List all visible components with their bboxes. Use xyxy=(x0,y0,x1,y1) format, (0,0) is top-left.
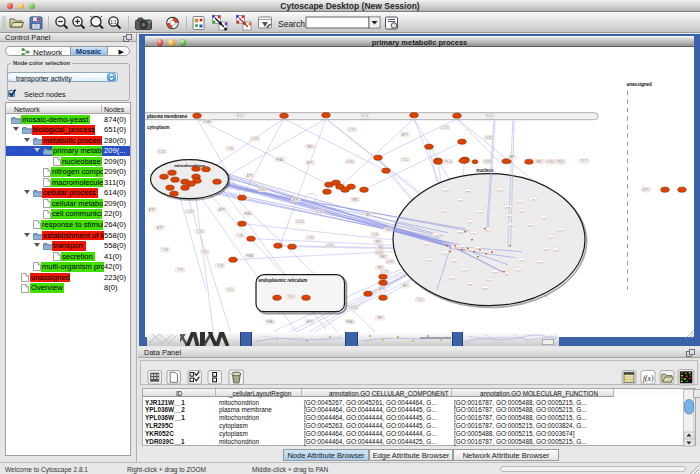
svg-text:ATP2: ATP2 xyxy=(307,320,314,324)
svg-text:YBR1: YBR1 xyxy=(374,240,382,244)
svg-text:CX5: CX5 xyxy=(516,269,521,272)
svg-text:PM4: PM4 xyxy=(498,189,504,192)
svg-text:GCN2: GCN2 xyxy=(296,220,304,224)
svg-text:PM4: PM4 xyxy=(472,232,478,235)
svg-text:YB1: YB1 xyxy=(434,234,439,237)
svg-text:ATP2: ATP2 xyxy=(379,287,386,291)
svg-text:PMA1: PMA1 xyxy=(276,158,284,162)
svg-text:GN2: GN2 xyxy=(452,260,458,263)
svg-text:YLR3: YLR3 xyxy=(162,248,169,252)
svg-text:AB1: AB1 xyxy=(509,224,514,227)
svg-text:YLR3: YLR3 xyxy=(237,234,244,238)
svg-text:YBR2: YBR2 xyxy=(535,160,543,164)
svg-text:YDL0: YDL0 xyxy=(417,298,424,302)
svg-text:AB2: AB2 xyxy=(509,156,515,160)
svg-text:YDL11: YDL11 xyxy=(580,160,589,164)
svg-text:YD3: YD3 xyxy=(558,229,563,232)
svg-text:YB1: YB1 xyxy=(549,236,554,239)
svg-text:GCN2: GCN2 xyxy=(485,136,493,140)
svg-text:YLR3: YLR3 xyxy=(385,228,392,232)
svg-text:GN2: GN2 xyxy=(458,231,464,234)
svg-text:PMA1: PMA1 xyxy=(246,254,254,258)
svg-text:YD3: YD3 xyxy=(427,259,432,262)
svg-text:YD3: YD3 xyxy=(520,259,525,262)
svg-text:GCN2: GCN2 xyxy=(375,251,383,255)
svg-text:GCN2: GCN2 xyxy=(258,188,266,192)
svg-text:YBR1: YBR1 xyxy=(376,266,384,270)
svg-text:YD3: YD3 xyxy=(443,189,448,192)
svg-text:f(x): f(x) xyxy=(643,374,654,383)
svg-text:AB1: AB1 xyxy=(544,248,549,251)
svg-text:YDL0: YDL0 xyxy=(288,295,295,299)
svg-text:YLR3: YLR3 xyxy=(177,268,184,272)
svg-text:AB1: AB1 xyxy=(507,215,512,218)
svg-text:YDL0: YDL0 xyxy=(202,250,209,254)
svg-text:cytoplasm: cytoplasm xyxy=(147,125,170,130)
svg-text:COX5: COX5 xyxy=(441,126,449,130)
svg-text:COX5: COX5 xyxy=(186,210,194,214)
svg-text:CX5: CX5 xyxy=(468,221,473,224)
svg-text:GN2: GN2 xyxy=(506,206,512,209)
svg-text:COX5: COX5 xyxy=(348,128,356,132)
svg-text:YD3: YD3 xyxy=(478,211,483,214)
svg-text:ATP2: ATP2 xyxy=(157,226,164,230)
svg-text:YBR1: YBR1 xyxy=(377,246,385,250)
svg-text:ATP2: ATP2 xyxy=(402,133,409,137)
svg-text:YLR3: YLR3 xyxy=(307,236,314,240)
svg-text:ATP2: ATP2 xyxy=(293,198,300,202)
svg-text:CX5: CX5 xyxy=(463,269,468,272)
svg-text:GCN2: GCN2 xyxy=(326,244,334,248)
svg-text:GCN2: GCN2 xyxy=(386,260,394,264)
svg-text:SLC4: SLC4 xyxy=(487,114,494,118)
svg-text:ATP2: ATP2 xyxy=(219,208,226,212)
svg-text:YD3: YD3 xyxy=(424,243,429,246)
svg-text:plasma membrane: plasma membrane xyxy=(147,114,188,119)
svg-text:GN2: GN2 xyxy=(538,261,544,264)
svg-text:SLC4: SLC4 xyxy=(362,114,369,118)
svg-text:YBR1: YBR1 xyxy=(364,213,372,217)
svg-text:COX5: COX5 xyxy=(381,270,389,274)
svg-text:YBR1: YBR1 xyxy=(379,255,387,259)
svg-text:PMA1: PMA1 xyxy=(346,320,354,324)
svg-text:YD3: YD3 xyxy=(520,210,525,213)
svg-text:Search:: Search: xyxy=(278,19,307,29)
svg-text:YDL0: YDL0 xyxy=(227,288,234,292)
svg-text:GCN4: GCN4 xyxy=(546,160,554,164)
svg-text:ATP2: ATP2 xyxy=(149,208,156,212)
svg-text:GN2: GN2 xyxy=(483,287,489,290)
svg-text:mitochondrion: mitochondrion xyxy=(174,164,205,169)
svg-text:PMA1: PMA1 xyxy=(266,320,274,324)
svg-text:CX5: CX5 xyxy=(487,279,492,282)
svg-text:unassigned: unassigned xyxy=(626,82,652,87)
svg-text:YDR45: YDR45 xyxy=(484,160,493,164)
svg-text:endoplasmic reticulum: endoplasmic reticulum xyxy=(259,278,308,283)
svg-text:GCN2: GCN2 xyxy=(316,210,324,214)
svg-text:YBR1: YBR1 xyxy=(401,284,409,288)
svg-text:YKL05: YKL05 xyxy=(444,160,453,164)
svg-text:YBR1: YBR1 xyxy=(306,145,314,149)
svg-text:ATP2: ATP2 xyxy=(307,161,314,165)
svg-text:PDE1: PDE1 xyxy=(557,160,565,164)
svg-text:GCN2: GCN2 xyxy=(350,306,358,310)
svg-text:YD3: YD3 xyxy=(554,249,559,252)
svg-text:YB1: YB1 xyxy=(542,217,547,220)
svg-text:YB1: YB1 xyxy=(460,246,465,249)
svg-text:PMA1: PMA1 xyxy=(204,120,212,124)
svg-text:CX5: CX5 xyxy=(493,271,498,274)
svg-text:ATP2: ATP2 xyxy=(247,174,254,178)
svg-text:COX5: COX5 xyxy=(251,137,259,141)
svg-text:PMA1: PMA1 xyxy=(244,212,252,216)
svg-text:YLR3: YLR3 xyxy=(372,233,379,237)
svg-text:COX5: COX5 xyxy=(196,230,204,234)
svg-text:nucleus: nucleus xyxy=(476,168,494,173)
svg-text:GN2: GN2 xyxy=(466,190,472,193)
svg-text:GN2: GN2 xyxy=(468,283,474,286)
svg-text:YD3: YD3 xyxy=(442,210,447,213)
svg-text:CX5: CX5 xyxy=(528,224,533,227)
svg-text:YLR3: YLR3 xyxy=(217,264,224,268)
svg-text:GCN2: GCN2 xyxy=(346,160,354,164)
svg-text:YB1: YB1 xyxy=(450,277,455,280)
svg-text:PM4: PM4 xyxy=(443,252,449,255)
svg-text:GCN2: GCN2 xyxy=(158,150,166,154)
svg-text:ATP2: ATP2 xyxy=(643,188,650,192)
